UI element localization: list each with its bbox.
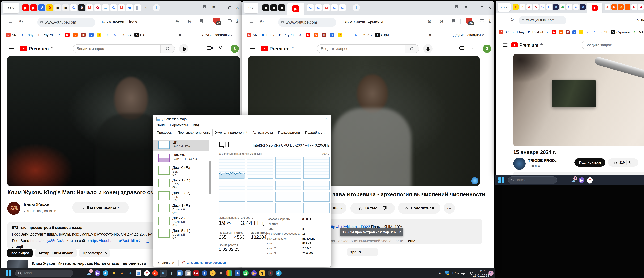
tab-overflow-icon[interactable]: › [145, 5, 147, 10]
pinned-tab[interactable]: ∪ [625, 4, 630, 10]
reload-icon[interactable]: ↻ [510, 17, 514, 22]
tm-close[interactable]: × [324, 116, 329, 122]
bookmark-item[interactable]: ▼ [97, 33, 102, 37]
show-more[interactable]: …ещё [404, 239, 416, 243]
description-box-sliver[interactable] [513, 172, 644, 175]
filter-chip-partial[interactable]: трено [347, 248, 378, 256]
bookmark-item[interactable]: S SK [499, 30, 509, 34]
notification-count-badge[interactable]: 1 [488, 271, 494, 276]
taskbar-app-icon[interactable]: ▶ [94, 270, 101, 277]
create-icon[interactable] [207, 46, 212, 50]
taskbar-app-icon[interactable]: Y [586, 177, 594, 184]
search-button[interactable] [160, 44, 174, 53]
filter-chip[interactable]: Просмотрено [79, 249, 110, 257]
bookmark-item[interactable]: G [592, 30, 596, 34]
new-tab-button[interactable]: + [353, 4, 360, 11]
taskbar-app-icon[interactable]: ✈ [275, 270, 282, 277]
bookmark-item[interactable]: V [330, 33, 334, 37]
taskbar-app-icon[interactable]: ◖ [209, 270, 216, 277]
subscribed-button[interactable]: Вы подписаны∨ [72, 202, 129, 213]
taskbar-app-icon[interactable]: ● [118, 270, 126, 277]
chat-icon[interactable] [228, 19, 232, 22]
tm-tab[interactable]: Автозагрузка [250, 129, 276, 136]
taskbar-app-icon[interactable]: ● [127, 270, 134, 277]
resource-monitor-link[interactable]: Открыть монитор ресурсов [182, 261, 226, 265]
bookmark-item[interactable]: S SK [6, 33, 16, 37]
tm-sidebar-item[interactable]: Диск 2 (C:) SSD 1% [153, 190, 208, 202]
tm-sidebar-item[interactable]: ЦП 19% 3,44 ГГц [153, 140, 208, 151]
network-icon[interactable] [461, 271, 465, 274]
taskbar-app-icon[interactable]: ✳ [168, 270, 175, 277]
search-bar[interactable] [73, 44, 175, 53]
taskbar-app-icon[interactable]: ■ [110, 270, 118, 277]
close-button[interactable]: × [487, 5, 493, 10]
search-input[interactable] [317, 47, 398, 51]
tm-tab[interactable]: Журнал приложений [213, 129, 250, 136]
next-video-thumbnail[interactable] [7, 260, 28, 268]
channel-watermark[interactable] [471, 177, 478, 184]
bookmark-item[interactable]: X [546, 30, 550, 34]
thumb-down-icon[interactable] [628, 161, 632, 164]
menu-icon[interactable] [9, 47, 14, 50]
reload-icon[interactable]: ↻ [19, 19, 23, 25]
bookmarks-overflow-icon[interactable]: » [179, 32, 181, 37]
bookmarks-overflow-icon[interactable]: » [429, 32, 431, 37]
pinned-tab[interactable]: G [573, 4, 579, 10]
tm-tab[interactable]: Службы [328, 129, 331, 136]
maximize-button[interactable] [227, 5, 232, 10]
pinned-tab[interactable]: G [315, 4, 322, 11]
address-bar[interactable]: www.youtube.com [278, 18, 336, 27]
language-indicator[interactable]: ENG [452, 271, 459, 275]
menu-item[interactable]: Вид [193, 123, 199, 127]
volume-icon[interactable] [468, 272, 471, 274]
description-link[interactable]: https://bit.ly/35qAaAs [30, 239, 65, 243]
bookmark-item[interactable]: V [89, 33, 94, 37]
tm-tab[interactable]: Пользователи [276, 129, 302, 136]
pinned-tab[interactable]: M [118, 4, 125, 11]
filter-chip[interactable]: Автор: Клим Жуков [35, 249, 77, 257]
pinned-tab[interactable]: ∪ [618, 4, 624, 10]
like-button[interactable]: 110 [608, 158, 638, 167]
panels-icon[interactable] [203, 5, 205, 8]
taskbar-app-icon[interactable]: Я [152, 270, 159, 277]
pinned-tab[interactable]: ▶ [22, 4, 29, 11]
tm-sidebar-item[interactable]: Диск 5 (H:) Сменный 0% [153, 228, 208, 240]
link-add-icon[interactable]: ⊕ [428, 19, 431, 24]
link-add-icon[interactable]: ⊕ [175, 19, 179, 24]
tm-tab[interactable]: Процессы [154, 129, 175, 136]
search-input[interactable] [73, 47, 160, 51]
pinned-tab[interactable]: ❄ [553, 4, 559, 10]
start-button[interactable] [498, 177, 504, 183]
browser-menu-icon[interactable]: ≡ [464, 5, 468, 10]
bookmark-item[interactable]: P PayPal [527, 30, 543, 34]
address-bar[interactable]: www.youtube.com [37, 18, 95, 27]
mic-button[interactable] [423, 44, 432, 53]
chat-icon[interactable] [480, 19, 484, 22]
pinned-tab[interactable]: ▶ [30, 4, 37, 11]
adblock-shield-icon[interactable]: 56 [466, 17, 472, 25]
pinned-tab[interactable]: ◆ [278, 4, 285, 11]
bell-icon[interactable] [219, 45, 222, 49]
create-icon[interactable] [460, 46, 464, 50]
pinned-tab[interactable]: M [323, 4, 330, 11]
back-icon[interactable]: ← [501, 17, 506, 22]
bookmark-item[interactable]: ✳ Скрипты [611, 30, 630, 34]
taskbar-app-icon[interactable]: ▶ [250, 270, 258, 277]
adblock-shield-icon[interactable]: 40 [213, 17, 220, 25]
tm-tab[interactable]: Подробности [302, 129, 328, 136]
pinned-tab[interactable]: ◆ [604, 4, 610, 10]
bookmark-item[interactable]: ✦ 3B [121, 33, 131, 37]
bookmark-item[interactable]: ✿ GoFoto [632, 30, 644, 34]
next-video-title[interactable]: Клим Жуков. Интерстеллар: как Нолан спас… [32, 261, 158, 266]
zoom-out-icon[interactable]: ⊖ [188, 19, 191, 24]
back-icon[interactable]: ← [248, 19, 254, 24]
taskbar-app-icon[interactable]: ≈ [160, 270, 167, 277]
pinned-tab[interactable]: ♛ [78, 4, 85, 11]
taskbar-app-icon[interactable]: ♠ [234, 270, 241, 277]
pinned-tab[interactable]: V [38, 4, 45, 11]
search-bar[interactable] [317, 44, 419, 53]
bookmark-item[interactable]: X [298, 33, 302, 37]
pinned-tab[interactable]: O [632, 4, 637, 10]
bookmark-page-icon[interactable] [200, 19, 202, 22]
thumb-down-icon[interactable] [382, 206, 387, 210]
